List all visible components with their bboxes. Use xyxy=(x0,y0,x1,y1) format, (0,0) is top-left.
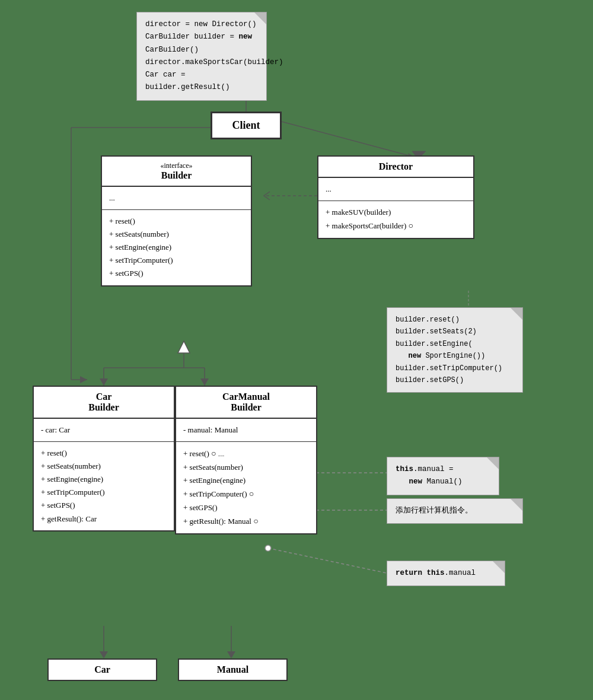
director-header: Director xyxy=(318,157,473,178)
note-dir-3: builder.setEngine( xyxy=(396,338,514,350)
carmanual-builder-header: CarManualBuilder xyxy=(176,387,316,419)
director-methods: + makeSUV(builder) + makeSportsCar(build… xyxy=(318,201,473,238)
cb-method-5: + setGPS() xyxy=(41,499,167,512)
builder-interface-header: «interface» Builder xyxy=(102,157,251,187)
car-product-label: Car xyxy=(49,660,156,680)
cb-method-6: + getResult(): Car xyxy=(41,513,167,526)
director-method-2: + makeSportsCar(builder) ○ xyxy=(326,219,466,233)
builder-methods: + reset() + setSeats(number) + setEngine… xyxy=(102,210,251,285)
note-reset-2: new Manual() xyxy=(396,476,490,488)
carmanual-builder-box: CarManualBuilder - manual: Manual + rese… xyxy=(175,386,317,534)
note-dir-6: builder.setGPS() xyxy=(396,374,514,386)
client-box: Client xyxy=(211,112,282,139)
car-builder-methods: + reset() + setSeats(number) + setEngine… xyxy=(34,442,174,530)
carmanual-methods: + reset() ○ + setSeats(number) + setEngi… xyxy=(176,442,316,533)
svg-marker-9 xyxy=(178,341,190,353)
svg-point-26 xyxy=(265,545,271,551)
svg-line-1 xyxy=(282,122,415,157)
builder-method-1: + reset() xyxy=(109,215,244,228)
manual-product-label: Manual xyxy=(179,660,286,680)
cb-method-4: + setTripComputer() xyxy=(41,486,167,499)
note-top-line2: CarBuilder builder = new CarBuilder() xyxy=(145,31,258,56)
builder-interface-box: «interface» Builder ... + reset() + setS… xyxy=(101,155,252,287)
note-top-line1: director = new Director() xyxy=(145,18,258,31)
note-trip-1: 添加行程计算机指令。 xyxy=(396,505,514,517)
note-result-1: return this.manual xyxy=(396,567,496,580)
diagram-container: director = new Director() CarBuilder bui… xyxy=(0,0,593,700)
director-section1: ... xyxy=(318,178,473,201)
cm-method-6: + getResult(): Manual ○ xyxy=(183,514,309,529)
builder-method-2: + setSeats(number) xyxy=(109,228,244,241)
cb-method-3: + setEngine(engine) xyxy=(41,473,167,486)
car-builder-header: CarBuilder xyxy=(34,387,174,419)
cm-method-5: + setGPS() xyxy=(183,501,309,514)
svg-marker-6 xyxy=(80,376,87,383)
car-builder-box: CarBuilder - car: Car + reset() + setSea… xyxy=(33,386,175,532)
svg-marker-15 xyxy=(200,378,209,386)
note-top-line3: director.makeSportsCar(builder) xyxy=(145,56,258,69)
note-top: director = new Director() CarBuilder bui… xyxy=(136,12,267,101)
builder-method-3: + setEngine(engine) xyxy=(109,241,244,254)
carmanual-builder-name: CarManualBuilder xyxy=(183,392,309,413)
note-reset-1: this.manual = xyxy=(396,463,490,476)
note-director: builder.reset() builder.setSeats(2) buil… xyxy=(387,307,523,393)
note-dir-4: new SportEngine()) xyxy=(396,350,514,362)
note-dir-2: builder.setSeats(2) xyxy=(396,326,514,338)
builder-section1: ... xyxy=(102,187,251,210)
director-box: Director ... + makeSUV(builder) + makeSp… xyxy=(317,155,474,239)
note-reset: this.manual = new Manual() xyxy=(387,457,499,495)
cb-method-2: + setSeats(number) xyxy=(41,460,167,473)
svg-marker-12 xyxy=(100,378,108,386)
cm-method-3: + setEngine(engine) xyxy=(183,474,309,487)
note-top-line4: Car car = builder.getResult() xyxy=(145,69,258,94)
builder-stereotype: «interface» xyxy=(109,161,244,170)
cm-method-1: + reset() ○ xyxy=(183,447,309,461)
director-name: Director xyxy=(326,161,466,172)
director-method-1: + makeSUV(builder) xyxy=(326,206,466,219)
cm-method-4: + setTripComputer() ○ xyxy=(183,487,309,501)
cb-method-1: + reset() xyxy=(41,447,167,460)
svg-marker-17 xyxy=(100,651,108,658)
note-tripcomputer: 添加行程计算机指令。 xyxy=(387,498,523,524)
note-dir-1: builder.reset() xyxy=(396,314,514,326)
builder-method-4: + setTripComputer() xyxy=(109,254,244,267)
cm-method-2: + setSeats(number) xyxy=(183,461,309,474)
note-getresult: return this.manual xyxy=(387,561,505,586)
svg-marker-19 xyxy=(227,651,235,658)
manual-product-box: Manual xyxy=(178,658,288,681)
car-builder-name: CarBuilder xyxy=(41,392,167,413)
builder-method-5: + setGPS() xyxy=(109,267,244,280)
carmanual-field: - manual: Manual xyxy=(176,419,316,442)
note-dir-5: builder.setTripComputer() xyxy=(396,362,514,374)
builder-name: Builder xyxy=(109,170,244,181)
car-product-box: Car xyxy=(47,658,157,681)
client-label: Client xyxy=(232,119,260,131)
svg-line-25 xyxy=(268,548,387,573)
car-builder-field: - car: Car xyxy=(34,419,174,442)
